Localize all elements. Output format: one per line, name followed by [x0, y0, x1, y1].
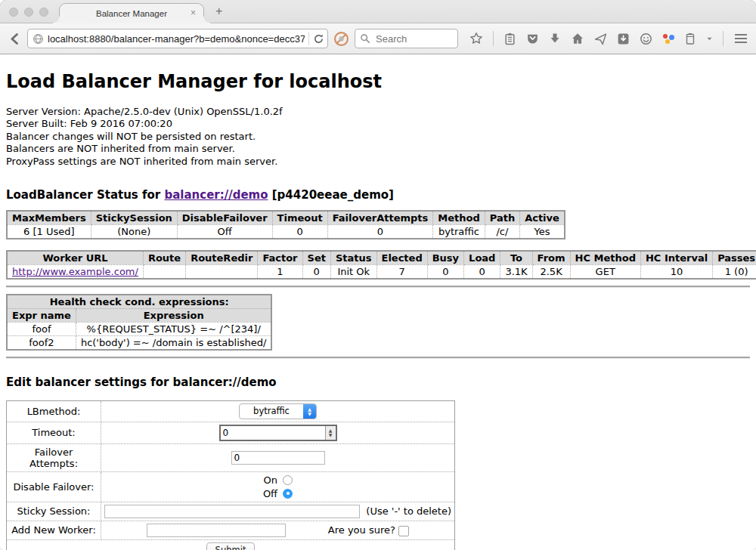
- col-timeout: Timeout: [272, 211, 327, 225]
- cell-routeredir: [186, 264, 258, 279]
- balancer-status-header-row: MaxMembers StickySession DisableFailover…: [7, 211, 565, 225]
- cell-elected: 7: [376, 264, 427, 279]
- cell-route: [143, 264, 185, 279]
- failover-off-radio[interactable]: [283, 489, 293, 499]
- minimize-window-button[interactable]: [24, 8, 33, 17]
- cell-expression: hc('body') =~ /domain is established/: [76, 335, 271, 350]
- col-elected: Elected: [376, 251, 427, 265]
- col-hc-interval: HC Interval: [640, 251, 712, 265]
- col-disablefailover: DisableFailover: [177, 211, 272, 225]
- on-label: On: [264, 474, 277, 486]
- health-row: foof %{REQUEST_STATUS} =~ /^[234]/: [7, 322, 271, 335]
- home-icon[interactable]: [571, 32, 584, 45]
- cell-passes: 1 (0): [713, 264, 756, 279]
- container-icon[interactable]: [684, 32, 696, 45]
- are-you-sure-checkbox[interactable]: [398, 526, 409, 536]
- toolbar-divider: [723, 31, 723, 46]
- navigation-toolbar: localhost:8880/balancer-manager?b=demo&n…: [0, 23, 756, 54]
- zoom-window-button[interactable]: [39, 8, 48, 17]
- col-active: Active: [520, 211, 565, 225]
- failover-on-radio[interactable]: [283, 475, 293, 485]
- pocket-icon[interactable]: [526, 32, 539, 45]
- worker-url-link[interactable]: http://www.example.com/: [12, 266, 138, 277]
- cell-method: bytraffic: [433, 224, 485, 239]
- add-worker-label: Add New Worker:: [7, 521, 101, 539]
- health-check-table: Health check cond. expressions: Expr nam…: [6, 294, 272, 351]
- timeout-label: Timeout:: [7, 422, 101, 443]
- urlbar-divider: [308, 32, 309, 45]
- worker-header-row: Worker URL Route RouteRedir Factor Set S…: [7, 251, 756, 265]
- lbmethod-select[interactable]: bytraffic ▲▼: [239, 403, 317, 419]
- col-expr-name: Expr name: [7, 308, 76, 322]
- health-row: foof2 hc('body') =~ /domain is establish…: [7, 335, 271, 350]
- download-box-icon[interactable]: [617, 32, 630, 45]
- cell-hc-method: GET: [570, 264, 640, 279]
- col-to: To: [500, 251, 532, 265]
- page-title: Load Balancer Manager for localhost: [6, 71, 750, 92]
- edit-balancer-heading: Edit balancer settings for balancer://de…: [6, 375, 750, 389]
- browser-window: Balancer Manager × + localhost:8880/bala…: [0, 0, 756, 550]
- sticky-session-input[interactable]: [104, 505, 360, 518]
- edit-balancer-form: LBmethod: bytraffic ▲▼ Timeout: ▲▼: [6, 400, 455, 550]
- cell-expression: %{REQUEST_STATUS} =~ /^[234]/: [76, 322, 271, 335]
- col-worker-url: Worker URL: [7, 251, 143, 265]
- reading-list-icon[interactable]: [503, 32, 516, 45]
- timeout-input[interactable]: [221, 426, 325, 440]
- toolbar-icons: [469, 31, 756, 46]
- tab-title: Balancer Manager: [96, 9, 167, 18]
- col-load: Load: [464, 251, 500, 265]
- chat-smiley-icon[interactable]: [640, 32, 652, 45]
- col-hc-method: HC Method: [570, 251, 640, 265]
- col-factor: Factor: [258, 251, 302, 265]
- close-window-button[interactable]: [9, 8, 18, 17]
- inherit-notice-line: Balancers are NOT inherited from main se…: [6, 143, 750, 155]
- are-you-sure-label: Are you sure?: [328, 524, 395, 536]
- proxypass-notice-line: ProxyPass settings are NOT inherited fro…: [6, 156, 750, 168]
- downloads-icon[interactable]: [549, 32, 561, 45]
- col-route: Route: [143, 251, 185, 265]
- cell-set: 0: [302, 264, 330, 279]
- col-stickysession: StickySession: [91, 211, 177, 225]
- cell-busy: 0: [427, 264, 463, 279]
- search-bar[interactable]: [355, 29, 458, 48]
- toolbar-divider: [493, 31, 494, 46]
- tab-balancer-manager[interactable]: Balancer Manager ×: [59, 3, 204, 23]
- colored-dots-icon[interactable]: [662, 32, 674, 45]
- section-divider: [6, 286, 750, 288]
- search-icon: [360, 33, 370, 44]
- add-worker-input[interactable]: [147, 524, 286, 537]
- reload-icon[interactable]: [313, 33, 324, 45]
- submit-button[interactable]: Submit: [206, 542, 256, 550]
- number-spinner[interactable]: ▲▼: [325, 426, 336, 440]
- content-block-icon[interactable]: [333, 31, 349, 47]
- cell-disablefailover: Off: [177, 224, 272, 239]
- new-tab-button[interactable]: +: [215, 5, 222, 18]
- worker-row: http://www.example.com/ 1 0 Init Ok 7 0 …: [7, 264, 756, 279]
- cell-factor: 1: [258, 264, 302, 279]
- timeout-input-wrap: ▲▼: [219, 425, 337, 441]
- col-maxmembers: MaxMembers: [7, 211, 91, 225]
- title-bar: Balancer Manager × +: [0, 0, 756, 23]
- add-worker-row: Add New Worker: Are you sure?: [7, 521, 455, 539]
- cell-timeout: 0: [272, 224, 327, 239]
- chevron-down-icon[interactable]: [706, 36, 713, 42]
- lbmethod-row: LBmethod: bytraffic ▲▼: [7, 400, 455, 422]
- health-table-title: Health check cond. expressions:: [7, 295, 271, 309]
- col-expression: Expression: [76, 308, 271, 322]
- url-text[interactable]: localhost:8880/balancer-manager?b=demo&n…: [48, 33, 305, 45]
- sticky-session-label: Sticky Session:: [7, 502, 101, 521]
- back-icon[interactable]: [8, 32, 22, 46]
- tab-close-icon[interactable]: ×: [191, 8, 196, 17]
- url-bar[interactable]: localhost:8880/balancer-manager?b=demo&n…: [27, 29, 328, 48]
- server-version-line: Server Version: Apache/2.5.0-dev (Unix) …: [6, 106, 750, 118]
- cell-stickysession: (None): [91, 224, 177, 239]
- balancer-demo-link[interactable]: balancer://demo: [164, 188, 268, 202]
- bookmark-star-icon[interactable]: [469, 32, 483, 45]
- send-plane-icon[interactable]: [594, 32, 607, 45]
- failover-attempts-input[interactable]: [231, 451, 325, 465]
- health-header-row: Expr name Expression: [7, 308, 271, 322]
- cell-path: /c/: [485, 224, 519, 239]
- hamburger-menu-icon[interactable]: [733, 32, 748, 45]
- search-input[interactable]: [374, 32, 453, 45]
- col-from: From: [532, 251, 570, 265]
